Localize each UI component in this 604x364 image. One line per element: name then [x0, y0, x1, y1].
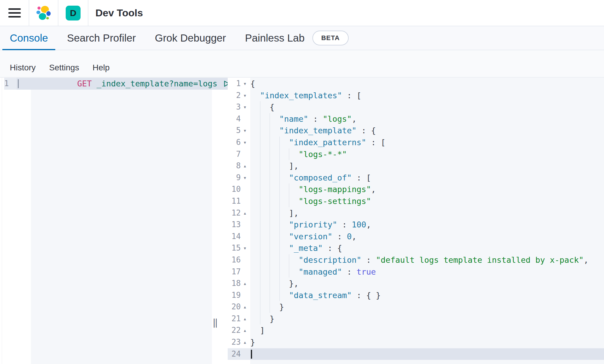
- response-line-gutter: 14: [228, 231, 250, 243]
- indent-guide: [279, 148, 280, 160]
- elastic-logo[interactable]: [29, 0, 58, 26]
- response-line-code[interactable]: "composed_of" : [: [250, 172, 604, 184]
- fold-toggle-icon[interactable]: ▴: [241, 278, 249, 289]
- indent-guide: [289, 148, 289, 160]
- fold-toggle-icon[interactable]: ▾: [241, 137, 249, 148]
- response-line: 18▴},: [228, 278, 604, 289]
- tab-search-profiler[interactable]: Search Profiler: [59, 26, 143, 50]
- response-line-gutter: 8▴: [228, 160, 250, 172]
- response-line: 24: [228, 348, 604, 360]
- indent-guide: [270, 183, 270, 195]
- token-s: "logs": [323, 114, 352, 124]
- indent-guide: [270, 207, 270, 219]
- response-line-code[interactable]: ]: [250, 325, 604, 336]
- response-line-code[interactable]: "index_templates" : [: [250, 90, 604, 102]
- response-line-code[interactable]: }: [250, 336, 604, 348]
- response-line-code[interactable]: "logs-settings": [250, 195, 604, 207]
- fold-toggle-icon[interactable]: ▾: [241, 242, 249, 254]
- token-s: "logs-*-*": [299, 150, 347, 159]
- line-number: 21: [228, 313, 241, 325]
- response-line-code[interactable]: "index_patterns" : [: [250, 137, 604, 148]
- tab-painless-lab[interactable]: Painless Lab BETA: [237, 26, 356, 50]
- indent-guide: [270, 231, 270, 243]
- fold-toggle-icon[interactable]: ▴: [241, 336, 249, 348]
- response-line-code[interactable]: "name" : "logs",: [250, 113, 604, 125]
- response-line-code[interactable]: [250, 348, 604, 360]
- line-number: 6: [228, 137, 241, 148]
- response-line-code[interactable]: "data_stream" : { }: [250, 289, 604, 301]
- fold-toggle-icon[interactable]: ▾: [241, 78, 249, 90]
- request-editor[interactable]: 1 GET _index_template?name=logs: [4, 78, 212, 364]
- response-viewer[interactable]: 1▾{2▾"index_templates" : [3▾{4"name" : "…: [228, 78, 604, 364]
- devtools-app-badge[interactable]: D: [66, 6, 81, 20]
- response-line-gutter: 16: [228, 254, 250, 266]
- tab-grok-debugger[interactable]: Grok Debugger: [147, 26, 233, 50]
- response-line-gutter: 24: [228, 348, 250, 360]
- response-line-code[interactable]: "logs-mappings",: [250, 183, 604, 195]
- response-line-code[interactable]: "version" : 0,: [250, 231, 604, 243]
- response-line-code[interactable]: "managed" : true: [250, 266, 604, 278]
- response-line-code[interactable]: "priority" : 100,: [250, 219, 604, 231]
- fold-toggle-icon[interactable]: ▾: [241, 101, 249, 113]
- token-p: {: [250, 79, 255, 88]
- response-line: 4"name" : "logs",: [228, 113, 604, 125]
- response-line-gutter: 5▾: [228, 125, 250, 137]
- indent-guide: [260, 266, 260, 278]
- token-p: :: [342, 267, 357, 276]
- pane-splitter[interactable]: ‖: [212, 78, 228, 364]
- fold-toggle-icon[interactable]: ▾: [241, 90, 249, 102]
- indent-guide: [270, 289, 270, 301]
- line-number: 11: [228, 195, 241, 207]
- token-k: "composed_of": [289, 173, 352, 182]
- response-line-gutter: 17: [228, 266, 250, 278]
- response-line-code[interactable]: }: [250, 301, 604, 313]
- menu-hamburger-button[interactable]: [0, 0, 29, 26]
- request-line-code[interactable]: GET _index_template?name=logs: [17, 78, 243, 90]
- line-number: 17: [228, 266, 241, 278]
- indent-guide: [279, 266, 280, 278]
- fold-toggle-icon[interactable]: ▾: [241, 172, 249, 184]
- window-edge: [2, 77, 2, 364]
- response-line-gutter: 13: [228, 219, 250, 231]
- kibana-devtools-screen: D Dev Tools Console Search Profiler Grok…: [0, 0, 604, 364]
- response-line-code[interactable]: ],: [250, 207, 604, 219]
- response-line: 6▾"index_patterns" : [: [228, 137, 604, 148]
- indent-guide: [279, 137, 280, 148]
- line-number: 22: [228, 325, 241, 336]
- fold-toggle-icon[interactable]: ▴: [241, 313, 249, 325]
- response-line-code[interactable]: ],: [250, 160, 604, 172]
- indent-guide: [260, 137, 260, 148]
- line-number: 14: [228, 231, 241, 243]
- token-p: ],: [289, 208, 299, 218]
- response-line-code[interactable]: {: [250, 101, 604, 113]
- fold-toggle-icon[interactable]: ▴: [241, 160, 249, 172]
- indent-guide: [279, 160, 280, 172]
- token-k: "managed": [299, 267, 342, 276]
- fold-toggle-icon[interactable]: ▾: [241, 125, 249, 137]
- response-line-gutter: 7: [228, 148, 250, 160]
- response-line-code[interactable]: "description" : "default logs template i…: [250, 254, 604, 266]
- tab-console[interactable]: Console: [2, 26, 55, 50]
- response-line-code[interactable]: "_meta" : {: [250, 242, 604, 254]
- line-number: 12: [228, 207, 241, 219]
- fold-toggle-icon[interactable]: ▴: [241, 325, 249, 336]
- indent-guide: [260, 289, 260, 301]
- response-line-code[interactable]: "logs-*-*": [250, 148, 604, 160]
- page-title: Dev Tools: [95, 7, 143, 19]
- indent-guide: [289, 183, 289, 195]
- indent-guide: [260, 101, 260, 113]
- fold-toggle-icon[interactable]: ▴: [241, 207, 249, 219]
- response-line: 9▾"composed_of" : [: [228, 172, 604, 184]
- response-line-code[interactable]: {: [250, 78, 604, 90]
- hamburger-bar: [8, 16, 21, 18]
- response-line: 21▴}: [228, 313, 604, 325]
- token-p: }: [250, 338, 255, 347]
- response-line: 13"priority" : 100,: [228, 219, 604, 231]
- fold-toggle-icon[interactable]: ▴: [241, 301, 249, 313]
- response-line-code[interactable]: }: [250, 313, 604, 325]
- response-line-code[interactable]: "index_template" : {: [250, 125, 604, 137]
- response-line-code[interactable]: },: [250, 278, 604, 289]
- response-line: 14"version" : 0,: [228, 231, 604, 243]
- indent-guide: [279, 231, 280, 243]
- line-number: 7: [228, 148, 241, 160]
